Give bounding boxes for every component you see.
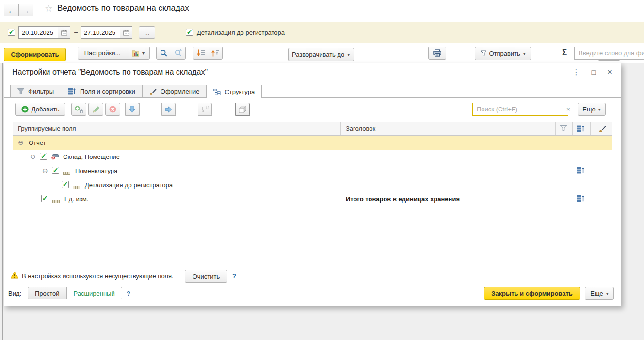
search-icon xyxy=(160,49,167,57)
status-strip xyxy=(0,340,644,346)
column-appearance-brush-icon xyxy=(599,125,606,134)
printer-icon xyxy=(433,49,441,57)
sort-descending-button[interactable] xyxy=(193,47,208,60)
favorite-star-icon[interactable]: ☆ xyxy=(45,3,53,14)
clear-missing-fields-button[interactable]: Очистить xyxy=(185,270,227,283)
detail-checkbox[interactable]: ✓ xyxy=(186,29,193,36)
collapse-icon[interactable]: ⊖ xyxy=(30,153,36,160)
footer-more-button[interactable]: Еще▾ xyxy=(585,287,614,300)
send-label: Отправить xyxy=(489,50,520,57)
tree-row-nomenclature[interactable]: ⊖ ✓ Номенклатура xyxy=(13,164,612,178)
generate-label: Сформировать xyxy=(11,51,59,58)
close-icon[interactable]: × xyxy=(607,68,612,76)
structure-search-input[interactable] xyxy=(473,103,566,115)
more-label: Еще xyxy=(582,106,595,113)
period-more-button[interactable]: ... xyxy=(139,26,155,39)
period-checkbox[interactable]: ✓ xyxy=(8,29,15,36)
settings-label: Настройки... xyxy=(84,49,121,57)
window-controls: ⋮ □ × xyxy=(573,68,612,76)
delete-button[interactable] xyxy=(105,103,120,116)
search-button-group xyxy=(156,47,186,60)
settings-button[interactable]: Настройки... xyxy=(78,47,127,60)
close-and-generate-button[interactable]: Закрыть и сформировать xyxy=(484,287,580,300)
edit-button[interactable] xyxy=(88,103,103,116)
tab-fields-sorting[interactable]: Поля и сортировки xyxy=(61,85,143,97)
table-header: Группируемые поля Заголовок xyxy=(13,122,612,136)
collapse-icon[interactable]: ⊖ xyxy=(42,167,48,174)
structure-more-button[interactable]: Еще▾ xyxy=(578,103,606,116)
dialog-tabs: Фильтры Поля и сортировки Оформление Стр… xyxy=(10,85,262,98)
date-to-calendar-button[interactable] xyxy=(120,27,132,38)
structure-search-field: × xyxy=(472,103,568,116)
row-checkbox[interactable]: ✓ xyxy=(41,195,48,202)
move-down-button[interactable] xyxy=(125,103,139,116)
tree-row-label: Номенклатура xyxy=(75,167,117,174)
report-variant-icon xyxy=(132,50,139,57)
generate-button[interactable]: Сформировать xyxy=(4,48,66,61)
report-toolbar: Сформировать Настройки... ▾ Разворачиват… xyxy=(0,43,644,63)
chevron-down-icon: ▾ xyxy=(523,51,526,56)
sum-sigma-button[interactable]: Σ xyxy=(562,48,567,58)
tree-row-unit[interactable]: ✓ Ед. изм. Итого товаров в единицах хран… xyxy=(13,192,612,206)
move-in-icon xyxy=(201,106,209,113)
uncheck-all-icon xyxy=(239,106,246,113)
tab-appearance-label: Оформление xyxy=(161,88,200,95)
date-from-input[interactable] xyxy=(19,27,58,38)
warning-help-link[interactable]: ? xyxy=(232,272,236,280)
dialog-footer: Вид: Простой Расширенный ? Закрыть и сфо… xyxy=(4,286,621,301)
date-to-input[interactable] xyxy=(81,27,120,38)
quick-filter-input[interactable] xyxy=(574,47,644,60)
pencil-icon xyxy=(93,106,99,113)
back-button[interactable]: ← xyxy=(4,4,19,16)
detail-checkbox-label: Детализация до регистратора xyxy=(197,29,285,36)
view-help-link[interactable]: ? xyxy=(127,290,130,297)
row-checkbox[interactable]: ✓ xyxy=(40,153,47,160)
move-right-button[interactable] xyxy=(161,103,176,116)
add-group-button[interactable] xyxy=(71,103,86,116)
move-into-group-button[interactable] xyxy=(198,103,212,116)
window-menu-icon[interactable]: ⋮ xyxy=(573,68,580,76)
row-checkbox[interactable]: ✓ xyxy=(62,181,69,188)
search-button[interactable] xyxy=(156,47,171,60)
tree-row-registrar-detail[interactable]: ✓ Детализация до регистратора xyxy=(13,178,612,192)
tab-structure[interactable]: Структура xyxy=(206,85,262,98)
view-simple-button[interactable]: Простой xyxy=(28,287,67,299)
sort-ascending-icon xyxy=(211,49,220,57)
send-button[interactable]: Отправить ▾ xyxy=(475,47,531,60)
chevron-down-icon: ▾ xyxy=(598,107,601,112)
structure-toolbar: Добавить × xyxy=(4,103,621,116)
tree-row-label: Детализация до регистратора xyxy=(85,181,173,189)
check-mark-icon: ✓ xyxy=(42,195,48,202)
tree-row-report[interactable]: ⊖ Отчет xyxy=(13,136,612,150)
print-button[interactable] xyxy=(428,47,446,60)
clear-search-icon[interactable]: × xyxy=(566,103,570,115)
forward-button[interactable]: → xyxy=(18,4,33,16)
maximize-icon[interactable]: □ xyxy=(592,69,596,76)
close-generate-label: Закрыть и сформировать xyxy=(491,290,573,297)
tab-appearance[interactable]: Оформление xyxy=(142,85,207,97)
add-button[interactable]: Добавить xyxy=(15,103,65,116)
expand-to-label: Разворачивать до xyxy=(292,51,344,58)
view-mode-switch: Простой Расширенный xyxy=(28,287,122,299)
forward-icon: → xyxy=(22,7,30,14)
search-next-button[interactable] xyxy=(171,47,186,60)
structure-table: Группируемые поля Заголовок ⊖ Отчет ⊖ ✓ xyxy=(13,122,612,265)
check-mark-icon: ✓ xyxy=(63,181,68,188)
send-funnel-icon xyxy=(480,50,486,57)
chevron-down-icon: ▾ xyxy=(347,52,350,57)
sort-ascending-button[interactable] xyxy=(208,47,223,60)
view-label: Вид: xyxy=(8,290,21,297)
date-from-calendar-button[interactable] xyxy=(58,27,70,38)
add-label: Добавить xyxy=(32,106,59,113)
column-header-title: Заголовок xyxy=(346,125,375,132)
calendar-icon xyxy=(61,30,67,36)
tree-row-warehouse[interactable]: ⊖ ✓ Склад, Помещение xyxy=(13,150,612,164)
settings-variants-button[interactable]: ▾ xyxy=(127,47,150,60)
view-advanced-button[interactable]: Расширенный xyxy=(66,287,122,299)
row-checkbox[interactable]: ✓ xyxy=(52,167,59,174)
expand-to-button[interactable]: Разворачивать до▾ xyxy=(288,48,354,61)
arrow-down-icon xyxy=(129,106,135,113)
uncheck-all-button[interactable] xyxy=(235,103,250,116)
tab-filters[interactable]: Фильтры xyxy=(10,85,61,97)
collapse-icon[interactable]: ⊖ xyxy=(18,139,24,146)
